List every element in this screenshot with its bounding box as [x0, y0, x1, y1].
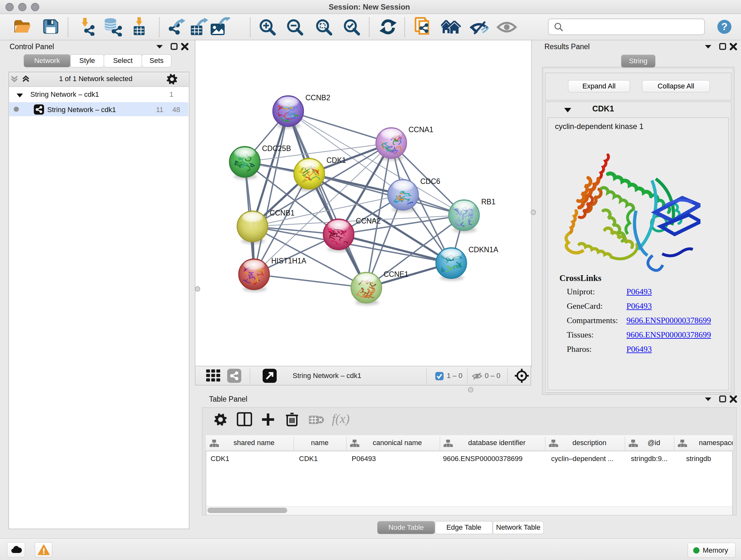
- svg-text:CDKN1A: CDKN1A: [468, 246, 498, 254]
- svg-text:?: ?: [721, 21, 728, 32]
- svg-text:CCNA1: CCNA1: [408, 125, 433, 134]
- svg-text:CDK1: CDK1: [327, 156, 346, 165]
- svg-text:RB1: RB1: [481, 198, 495, 206]
- svg-text:CCNA2: CCNA2: [356, 217, 381, 225]
- svg-text:HIST1H1A: HIST1H1A: [271, 257, 307, 265]
- svg-text:CCNE1: CCNE1: [384, 270, 408, 278]
- svg-text:CDC6: CDC6: [420, 177, 441, 186]
- svg-text:CDC25B: CDC25B: [262, 144, 291, 152]
- svg-text:CCNB1: CCNB1: [270, 209, 294, 217]
- svg-text:CCNB2: CCNB2: [306, 94, 330, 102]
